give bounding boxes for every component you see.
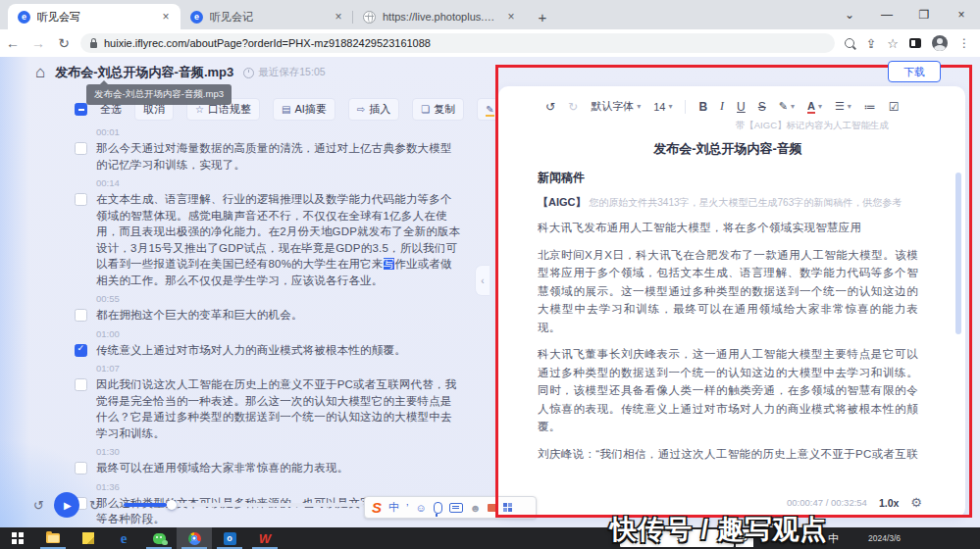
tab-huiji[interactable]: e 听见会记 × [181, 4, 353, 29]
toolbox-icon[interactable] [488, 504, 496, 512]
browser-tabstrip: e 听见会写 × e 听见会记 × https://live.photoplus… [0, 0, 980, 29]
tab-photoplus[interactable]: https://live.photoplus.cn/live/ × [353, 4, 526, 29]
home-icon[interactable]: ⌂ [35, 63, 45, 82]
checklist-button[interactable]: ☑ [889, 100, 900, 114]
gear-icon[interactable]: ⚙ [910, 495, 922, 510]
highlighter-icon: ✎ [486, 104, 493, 115]
play-button[interactable]: ▶ [54, 492, 79, 518]
bold-button[interactable]: B [698, 100, 707, 114]
tray-ime-indicator[interactable]: 中 [828, 531, 839, 546]
marker-pen-icon: ✎ [779, 100, 788, 113]
taskbar-outlook[interactable]: o [212, 527, 247, 549]
tray-date[interactable]: 2024/3/6 [868, 533, 901, 543]
bookmark-star-icon[interactable]: ☆ [887, 36, 899, 51]
transcript-segment: 01:00 传统意义上通过对市场对人力的商业模式将被根本性的颠覆。 [75, 328, 467, 359]
back-icon[interactable]: ← [0, 35, 26, 51]
reload-icon[interactable]: ↻ [51, 35, 77, 51]
tab-close-icon[interactable]: × [159, 10, 173, 24]
download-button[interactable]: 下载 [888, 61, 941, 82]
strikethrough-button[interactable]: S [758, 100, 766, 114]
keyboard-icon[interactable] [449, 503, 463, 513]
segment-text[interactable]: 在文本生成、语言理解、行业的逻辑推理以及数学能力代码能力等多个领域的智慧体现。感… [96, 191, 461, 288]
segment-text[interactable]: 传统意义上通过对市场对人力的商业模式将被根本性的颠覆。 [96, 342, 461, 359]
redo-icon[interactable]: ↻ [568, 100, 578, 114]
aigc-disclaimer: 带【AIGC】标记内容为人工智能生成 [498, 120, 889, 132]
italic-button[interactable]: I [720, 99, 724, 114]
taskbar-chrome[interactable] [177, 527, 212, 549]
zoom-icon[interactable] [845, 38, 854, 48]
segment-text[interactable]: 那么今天通过对海量数据的高质量的清洗，通过对上亿古典参数大模型的记忆学习和训练，… [96, 140, 461, 173]
timestamp: 01:30 [96, 446, 467, 457]
grid-icon[interactable] [503, 503, 512, 512]
rewind-5s-icon[interactable]: ↺ [33, 498, 44, 513]
close-button[interactable]: × [943, 0, 980, 29]
tab-close-icon[interactable]: × [332, 10, 345, 24]
taskbar-wechat[interactable] [141, 527, 177, 549]
document-body[interactable]: 发布会-刘总开场内容-音频 新闻稿件 【AIGC】 您的原始文件共3413字，星… [538, 140, 918, 464]
forward-icon[interactable]: → [26, 35, 51, 51]
scrollbar-thumb[interactable] [955, 173, 961, 334]
smiley-icon[interactable]: ☺ [415, 502, 426, 514]
timestamp: 00:01 [96, 126, 467, 137]
sogou-logo-icon[interactable]: S [372, 499, 382, 516]
select-all-checkbox[interactable] [75, 103, 87, 116]
microphone-icon[interactable] [434, 502, 442, 514]
segment-checkbox[interactable] [75, 378, 87, 391]
ai-summary-button[interactable]: ▤AI摘要 [273, 98, 335, 121]
speed-indicator[interactable]: 1.0x [879, 497, 899, 509]
font-family-select[interactable]: 默认字体▾ [591, 99, 641, 114]
font-color-button[interactable]: A▾ [807, 100, 822, 114]
profile-avatar[interactable] [932, 35, 948, 51]
copy-button[interactable]: ❏复制 [412, 98, 464, 121]
audio-player: ↺ ▶ ↻ [33, 492, 364, 518]
clock-icon [243, 68, 254, 78]
apostrophe-icon[interactable]: ’ [406, 502, 408, 514]
paragraph: 北京时间X月X日，科大讯飞在合肥发布了一款通用人工智能大模型。该模型将应用于多个… [538, 246, 918, 337]
align-button[interactable]: ☰▾ [835, 100, 851, 113]
address-bar[interactable]: huixie.iflyrec.com/aboutPage?orderId=PHX… [80, 33, 835, 53]
taskbar-edge[interactable]: e [106, 527, 141, 549]
segment-checkbox[interactable] [75, 193, 87, 206]
minimize-button[interactable]: — [868, 0, 905, 29]
taskbar-wps[interactable]: W [247, 527, 283, 549]
star-icon: ☆ [195, 104, 204, 115]
insert-button[interactable]: ⇨插入 [348, 98, 399, 121]
side-panel-icon[interactable] [909, 38, 921, 48]
aigc-tag: 【AIGC】 [538, 196, 587, 208]
underline-button[interactable]: U [737, 100, 746, 114]
progress-fill [124, 503, 167, 507]
pinyin-mode-icon[interactable]: 中 [388, 500, 399, 515]
insert-arrow-icon: ⇨ [357, 104, 365, 115]
editor-status-bar: 00:00:47 / 00:32:54 1.0x ⚙ [787, 495, 922, 510]
segment-checkbox[interactable] [75, 344, 87, 357]
ime-toolbar: S 中 ’ ☺ ☻ [364, 496, 537, 519]
undo-icon[interactable]: ↺ [545, 100, 555, 114]
segment-checkbox[interactable] [75, 142, 87, 155]
segment-text[interactable]: 因此我们说这次人工智能在历史上的意义不亚于PC或者互联网代替，我觉得是完全恰当的… [96, 376, 461, 441]
segment-checkbox[interactable] [75, 309, 87, 322]
font-size-select[interactable]: 14▾ [653, 101, 672, 113]
page: ⌂ 发布会-刘总开场内容-音频.mp3 最近保存15:05 发布会-刘总开场内容… [0, 57, 980, 527]
tab-close-icon[interactable]: × [504, 10, 518, 24]
progress-thumb[interactable] [167, 500, 177, 510]
segment-text[interactable]: 都在拥抱这个巨大的变革和巨大的机会。 [96, 307, 461, 324]
contacts-icon[interactable]: ☻ [470, 502, 482, 514]
menu-dots-icon[interactable]: ⋮ [958, 36, 970, 50]
segment-text[interactable]: 最终可以在通用领域给大家非常惊喜的能力表现。 [96, 460, 461, 476]
maximize-button[interactable]: ❐ [905, 0, 943, 29]
progress-slider[interactable] [124, 503, 364, 507]
share-icon[interactable]: ⇪ [865, 36, 876, 51]
highlight-color-button[interactable]: ✎▾ [779, 100, 795, 113]
panel-collapse-handle[interactable]: ‹ [475, 265, 490, 296]
forward-5s-icon[interactable]: ↻ [89, 498, 100, 513]
urlbar-actions: ⇪ ☆ ⋮ [845, 35, 970, 51]
list-button[interactable]: ≔ [864, 100, 876, 114]
tab-search-chevron-icon[interactable]: ⌄ [831, 0, 868, 29]
taskbar-file-explorer[interactable] [35, 527, 71, 549]
wps-icon: W [259, 531, 271, 546]
new-tab-button[interactable]: + [532, 6, 553, 27]
taskbar-sticky-notes[interactable] [71, 527, 106, 549]
segment-checkbox[interactable] [75, 462, 87, 474]
start-button[interactable] [0, 527, 35, 549]
tab-huixie[interactable]: e 听见会写 × [8, 4, 181, 29]
